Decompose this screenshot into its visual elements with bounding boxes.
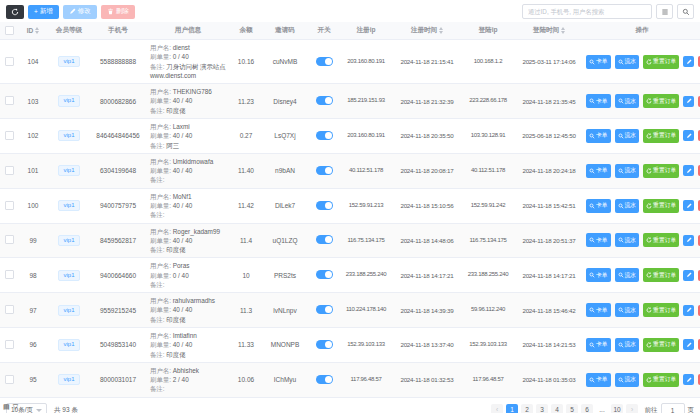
- search-button[interactable]: [677, 4, 694, 19]
- pencil-icon: [686, 377, 692, 383]
- reset-orders-button[interactable]: 重置订单: [643, 55, 679, 69]
- flow-button[interactable]: 流水: [615, 94, 640, 108]
- sort-caret-icon[interactable]: [561, 27, 565, 34]
- columns-menu-button[interactable]: [656, 4, 673, 19]
- sort-caret-icon[interactable]: [439, 27, 443, 34]
- page-ellipsis[interactable]: ...: [596, 404, 608, 413]
- page-button[interactable]: 4: [551, 404, 563, 413]
- row-checkbox[interactable]: [5, 375, 14, 384]
- edit-button[interactable]: 修改: [63, 5, 97, 19]
- row-checkbox[interactable]: [5, 131, 14, 140]
- delete-button[interactable]: 删除: [101, 5, 135, 19]
- cell-balance: 11.23: [230, 84, 262, 119]
- orders-label: 刷单量:: [150, 202, 171, 209]
- reset-orders-button[interactable]: 重置订单: [643, 129, 679, 143]
- card-order-button[interactable]: 卡单: [586, 129, 611, 143]
- username-label: 用户名:: [150, 228, 171, 235]
- page-button[interactable]: 5: [566, 404, 578, 413]
- flow-button[interactable]: 流水: [615, 338, 640, 352]
- row-checkbox[interactable]: [5, 96, 14, 105]
- reset-orders-button[interactable]: 重置订单: [643, 199, 679, 213]
- reset-orders-button[interactable]: 重置订单: [643, 268, 679, 282]
- column-header[interactable]: 登陆时间: [514, 22, 584, 40]
- footer-caret-icon[interactable]: ▽: [13, 403, 18, 411]
- status-toggle[interactable]: [316, 96, 333, 105]
- row-checkbox[interactable]: [5, 340, 14, 349]
- status-toggle[interactable]: [316, 340, 333, 349]
- flow-button[interactable]: 流水: [615, 164, 640, 178]
- reset-orders-button[interactable]: 重置订单: [643, 373, 679, 387]
- card-order-button[interactable]: 卡单: [586, 373, 611, 387]
- flow-button[interactable]: 流水: [615, 373, 640, 387]
- card-order-button[interactable]: 卡单: [586, 303, 611, 317]
- refresh-button[interactable]: [6, 5, 24, 19]
- edit-row-button[interactable]: [683, 56, 694, 67]
- flow-button[interactable]: 流水: [615, 129, 640, 143]
- flow-button[interactable]: 流水: [615, 303, 640, 317]
- status-toggle[interactable]: [316, 305, 333, 314]
- page-button[interactable]: 1: [506, 404, 518, 413]
- edit-row-button[interactable]: [683, 374, 694, 385]
- card-order-button[interactable]: 卡单: [586, 338, 611, 352]
- status-toggle[interactable]: [316, 57, 333, 66]
- search-icon: [589, 168, 595, 174]
- card-order-button[interactable]: 卡单: [586, 268, 611, 282]
- page-button[interactable]: 10: [611, 404, 623, 413]
- flow-button[interactable]: 流水: [615, 233, 640, 247]
- select-all-checkbox[interactable]: [5, 26, 14, 35]
- search-icon: [618, 237, 624, 243]
- flow-button[interactable]: 流水: [615, 268, 640, 282]
- cell-phone: 9400664660: [90, 258, 146, 293]
- username-value: Imtiafinn: [173, 332, 197, 339]
- row-checkbox[interactable]: [5, 166, 14, 175]
- edit-row-button[interactable]: [683, 235, 694, 246]
- card-order-button[interactable]: 卡单: [586, 94, 611, 108]
- page-button[interactable]: 6: [581, 404, 593, 413]
- card-order-button[interactable]: 卡单: [586, 164, 611, 178]
- reset-orders-button[interactable]: 重置订单: [643, 164, 679, 178]
- flow-button[interactable]: 流水: [615, 199, 640, 213]
- edit-row-button[interactable]: [683, 339, 694, 350]
- column-header[interactable]: 注册时间: [392, 22, 462, 40]
- edit-row-button[interactable]: [683, 305, 694, 316]
- reset-orders-button[interactable]: 重置订单: [643, 233, 679, 247]
- reset-orders-button[interactable]: 重置订单: [643, 338, 679, 352]
- row-checkbox[interactable]: [5, 201, 14, 210]
- add-button[interactable]: + 新增: [28, 5, 59, 19]
- flow-button[interactable]: 流水: [615, 55, 640, 69]
- sort-caret-icon[interactable]: [35, 27, 39, 34]
- status-toggle[interactable]: [316, 235, 333, 244]
- card-order-button[interactable]: 卡单: [586, 199, 611, 213]
- pencil-icon: [686, 168, 692, 174]
- cell-switch: [308, 223, 340, 258]
- row-checkbox[interactable]: [5, 235, 14, 244]
- goto-page-input[interactable]: [661, 403, 685, 413]
- card-order-button[interactable]: 卡单: [586, 55, 611, 69]
- edit-row-button[interactable]: [683, 270, 694, 281]
- search-input[interactable]: [522, 4, 652, 19]
- edit-row-button[interactable]: [683, 200, 694, 211]
- edit-row-button[interactable]: [683, 130, 694, 141]
- edit-row-button[interactable]: [683, 96, 694, 107]
- row-checkbox[interactable]: [5, 270, 14, 279]
- status-toggle[interactable]: [316, 131, 333, 140]
- cell-phone: 9400757975: [90, 188, 146, 223]
- status-toggle[interactable]: [316, 201, 333, 210]
- row-checkbox[interactable]: [5, 57, 14, 66]
- row-checkbox[interactable]: [5, 305, 14, 314]
- cell-user-info: 用户名: MoNf1 刷单量: 40 / 40 备注:: [146, 188, 230, 223]
- status-toggle[interactable]: [316, 375, 333, 384]
- card-order-button[interactable]: 卡单: [586, 233, 611, 247]
- prev-page-button[interactable]: ‹: [491, 404, 503, 413]
- status-toggle[interactable]: [316, 270, 333, 279]
- reset-orders-button[interactable]: 重置订单: [643, 303, 679, 317]
- edit-row-button[interactable]: [683, 165, 694, 176]
- reset-orders-button[interactable]: 重置订单: [643, 94, 679, 108]
- status-toggle[interactable]: [316, 166, 333, 175]
- cell-id: 99: [18, 223, 48, 258]
- page-button[interactable]: 2: [521, 404, 533, 413]
- next-page-button[interactable]: ›: [626, 404, 638, 413]
- column-header[interactable]: ID: [18, 22, 48, 40]
- footer-menu-icon[interactable]: ▤: [3, 403, 10, 411]
- page-button[interactable]: 3: [536, 404, 548, 413]
